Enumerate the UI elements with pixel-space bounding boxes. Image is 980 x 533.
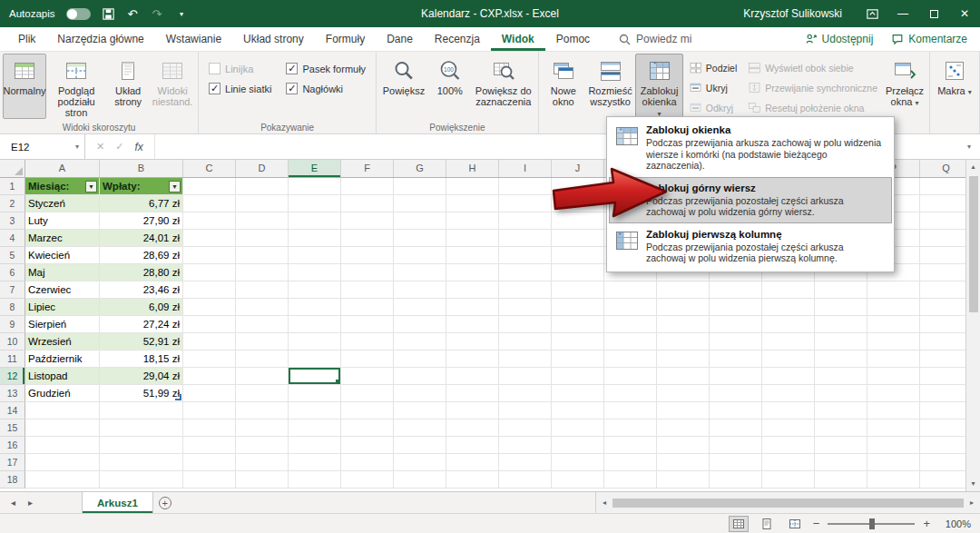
cell-C11[interactable] xyxy=(183,350,236,368)
cell-E4[interactable] xyxy=(289,230,341,247)
custom-views-button[interactable]: Widoki niestand. xyxy=(150,54,195,119)
cell-J9[interactable] xyxy=(552,316,604,333)
cancel-formula-icon[interactable]: ✕ xyxy=(96,141,104,153)
column-header-A[interactable]: A xyxy=(25,160,100,177)
zoom-100-button[interactable]: 100% xyxy=(428,54,472,119)
row-header-3[interactable]: 3 xyxy=(0,212,25,230)
cell-G18[interactable] xyxy=(394,471,446,489)
comments-button[interactable]: Komentarze xyxy=(891,33,967,45)
cell-F7[interactable] xyxy=(341,281,394,299)
cell-F11[interactable] xyxy=(341,350,394,368)
status-normal-view-button[interactable] xyxy=(729,516,749,532)
ruler-checkbox[interactable] xyxy=(209,63,220,74)
cell-G7[interactable] xyxy=(394,281,446,299)
cell-D18[interactable] xyxy=(236,471,289,489)
row-header-1[interactable]: 1 xyxy=(0,178,25,195)
cell-O14[interactable] xyxy=(815,402,867,419)
hide-button[interactable]: Ukryj xyxy=(685,79,740,96)
autosave-toggle[interactable] xyxy=(66,8,91,20)
cell-C14[interactable] xyxy=(183,402,236,419)
cell-Q5[interactable] xyxy=(920,247,965,264)
cell-P12[interactable] xyxy=(867,368,920,385)
cell-H8[interactable] xyxy=(446,299,499,316)
cell-A18[interactable] xyxy=(25,471,100,489)
cell-C15[interactable] xyxy=(183,419,236,437)
cell-I15[interactable] xyxy=(499,419,552,437)
cell-N8[interactable] xyxy=(762,299,815,316)
cell-J10[interactable] xyxy=(552,333,604,350)
status-page-break-button[interactable] xyxy=(785,516,805,532)
cell-M13[interactable] xyxy=(710,385,762,402)
freeze-panes-button[interactable]: Zablokuj okienka ▾ xyxy=(635,54,682,119)
cell-F17[interactable] xyxy=(341,454,394,471)
cell-D9[interactable] xyxy=(236,316,289,333)
column-header-F[interactable]: F xyxy=(341,160,394,177)
tab-pomoc[interactable]: Pomoc xyxy=(545,27,601,51)
cell-N18[interactable] xyxy=(762,471,815,489)
cell-N16[interactable] xyxy=(762,437,815,454)
row-header-16[interactable]: 16 xyxy=(0,437,25,454)
cell-D1[interactable] xyxy=(236,178,289,195)
row-header-9[interactable]: 9 xyxy=(0,316,25,333)
cell-Q10[interactable] xyxy=(920,333,965,350)
cell-J16[interactable] xyxy=(552,437,604,454)
cell-K10[interactable] xyxy=(604,333,657,350)
cell-F9[interactable] xyxy=(341,316,394,333)
cell-L15[interactable] xyxy=(657,419,710,437)
cell-C2[interactable] xyxy=(183,195,236,212)
cell-N17[interactable] xyxy=(762,454,815,471)
column-header-I[interactable]: I xyxy=(499,160,552,177)
cell-F1[interactable] xyxy=(341,178,394,195)
cell-D12[interactable] xyxy=(236,368,289,385)
cell-F4[interactable] xyxy=(341,230,394,247)
cell-Q6[interactable] xyxy=(920,264,965,281)
cell-O7[interactable] xyxy=(815,281,867,299)
cell-H14[interactable] xyxy=(446,402,499,419)
column-header-C[interactable]: C xyxy=(183,160,236,177)
vertical-scrollbar-thumb[interactable] xyxy=(969,176,978,312)
cell-D13[interactable] xyxy=(236,385,289,402)
sheet-tab-arkusz1[interactable]: Arkusz1 xyxy=(82,492,153,513)
scroll-down-icon[interactable]: ▾ xyxy=(971,477,975,491)
cell-D2[interactable] xyxy=(236,195,289,212)
cell-B5[interactable]: 28,69 zł xyxy=(100,247,183,264)
cell-B4[interactable]: 24,01 zł xyxy=(100,230,183,247)
redo-icon[interactable]: ↷ xyxy=(151,7,164,21)
cell-H2[interactable] xyxy=(446,195,499,212)
tab-widok[interactable]: Widok xyxy=(491,27,545,51)
cell-H17[interactable] xyxy=(446,454,499,471)
cell-M15[interactable] xyxy=(710,419,762,437)
row-header-11[interactable]: 11 xyxy=(0,350,25,368)
cell-I6[interactable] xyxy=(499,264,552,281)
cell-H16[interactable] xyxy=(446,437,499,454)
cell-A14[interactable] xyxy=(25,402,100,419)
cell-G11[interactable] xyxy=(394,350,446,368)
headings-checkbox[interactable] xyxy=(286,83,298,94)
cell-E3[interactable] xyxy=(289,212,341,230)
cell-C13[interactable] xyxy=(183,385,236,402)
cell-C17[interactable] xyxy=(183,454,236,471)
cell-E9[interactable] xyxy=(289,316,341,333)
cell-B17[interactable] xyxy=(100,454,183,471)
cell-B9[interactable]: 27,24 zł xyxy=(100,316,183,333)
cell-I13[interactable] xyxy=(499,385,552,402)
cell-D17[interactable] xyxy=(236,454,289,471)
cell-I7[interactable] xyxy=(499,281,552,299)
close-button[interactable]: ✕ xyxy=(949,0,980,27)
cell-Q11[interactable] xyxy=(920,350,965,368)
cell-L14[interactable] xyxy=(657,402,710,419)
cell-Q4[interactable] xyxy=(920,230,965,247)
cell-Q13[interactable] xyxy=(920,385,965,402)
cell-C6[interactable] xyxy=(183,264,236,281)
row-header-10[interactable]: 10 xyxy=(0,333,25,350)
cell-I17[interactable] xyxy=(499,454,552,471)
cell-P9[interactable] xyxy=(867,316,920,333)
cell-F12[interactable] xyxy=(341,368,394,385)
cell-P17[interactable] xyxy=(867,454,920,471)
cell-L12[interactable] xyxy=(657,368,710,385)
cell-K18[interactable] xyxy=(604,471,657,489)
cell-H3[interactable] xyxy=(446,212,499,230)
cell-P8[interactable] xyxy=(867,299,920,316)
cell-M17[interactable] xyxy=(710,454,762,471)
cell-I10[interactable] xyxy=(499,333,552,350)
